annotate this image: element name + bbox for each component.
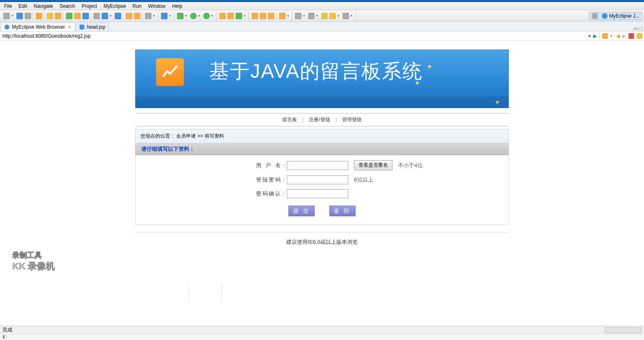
menu-file[interactable]: File xyxy=(1,2,15,10)
right-icon[interactable] xyxy=(342,13,349,19)
db-icon[interactable] xyxy=(82,13,89,19)
save-all-icon[interactable] xyxy=(25,13,31,19)
tab-web-browser[interactable]: MyEclipse Web Browser ✕ xyxy=(1,23,75,31)
dropdown-arrow-icon[interactable]: ▾ xyxy=(110,14,113,18)
editor-tab-bar: MyEclipse Web Browser ✕ head.jsp ▭ ▢ xyxy=(0,22,644,32)
link-icon[interactable] xyxy=(260,13,266,19)
dropdown-arrow-icon[interactable]: ▾ xyxy=(338,14,341,18)
gear-icon[interactable] xyxy=(161,13,168,19)
menu-project[interactable]: Project xyxy=(78,2,100,10)
save-icon[interactable] xyxy=(16,13,23,19)
favorite-icon[interactable] xyxy=(602,33,608,39)
stop-icon[interactable] xyxy=(628,33,634,39)
debug-icon[interactable] xyxy=(177,13,184,19)
earth-icon[interactable] xyxy=(115,13,121,19)
browser-address-bar: ▾ ▶ ▾ ◀ ▶ xyxy=(0,32,644,41)
separator xyxy=(599,33,600,39)
dropdown-arrow-icon[interactable]: ▾ xyxy=(316,14,320,18)
perspective-open-icon[interactable] xyxy=(592,13,598,19)
nav-forward-icon[interactable]: ▶ xyxy=(622,33,626,39)
run-icon[interactable] xyxy=(190,13,197,19)
menu-search[interactable]: Search xyxy=(56,2,78,10)
globe-icon[interactable] xyxy=(55,13,61,19)
dropdown-arrow-icon[interactable]: ▾ xyxy=(185,14,188,18)
menu-navigate[interactable]: Navigate xyxy=(30,2,56,10)
reload-icon[interactable] xyxy=(637,33,642,39)
dropdown-arrow-icon[interactable]: ▾ xyxy=(11,14,15,18)
toggle-icon[interactable] xyxy=(93,13,100,19)
dropdown-arrow-icon[interactable]: ▾ xyxy=(169,14,172,18)
dropdown-arrow-icon[interactable]: ▾ xyxy=(303,14,306,18)
menu-help[interactable]: Help xyxy=(169,2,186,10)
new-icon[interactable] xyxy=(3,13,10,19)
dropdown-arrow-icon[interactable]: ▾ xyxy=(211,14,215,18)
back-arrow-icon[interactable] xyxy=(321,13,328,19)
dropdown-arrow-icon[interactable]: ▾ xyxy=(244,14,247,18)
maximize-icon[interactable]: ▢ xyxy=(638,26,642,31)
menu-bar: File Edit Navigate Search Project MyEcli… xyxy=(0,2,644,10)
undo-icon[interactable] xyxy=(295,13,302,19)
tab-label: head.jsp xyxy=(87,24,105,30)
dropdown-arrow-icon[interactable]: ▾ xyxy=(153,14,156,18)
menu-window[interactable]: Window xyxy=(145,2,169,10)
tab-label: MyEclipse Web Browser xyxy=(12,24,65,30)
refresh-icon[interactable] xyxy=(236,13,242,19)
folder3-icon[interactable] xyxy=(268,13,274,19)
url-dropdown-icon[interactable]: ▾ xyxy=(588,33,591,39)
go-icon[interactable]: ▶ xyxy=(593,33,597,39)
server-icon[interactable] xyxy=(66,13,73,19)
url-input[interactable] xyxy=(2,32,588,40)
dropdown-arrow-icon[interactable]: ▾ xyxy=(351,14,354,18)
myeclipse-perspective-icon xyxy=(602,13,608,19)
dropdown-arrow-icon[interactable]: ▾ xyxy=(610,34,614,38)
menu-run[interactable]: Run xyxy=(129,2,145,10)
perspective-label: MyEclipse J... xyxy=(609,13,639,19)
wizard-icon[interactable] xyxy=(47,13,53,19)
nav-back-icon[interactable]: ◀ xyxy=(616,33,620,39)
globe2-icon[interactable] xyxy=(102,13,108,19)
tab-head-jsp[interactable]: head.jsp xyxy=(76,23,109,31)
proj-icon[interactable] xyxy=(219,13,226,19)
camera-icon[interactable] xyxy=(145,13,152,19)
browser-icon xyxy=(5,25,9,29)
close-icon[interactable]: ✕ xyxy=(68,25,71,30)
menu-edit[interactable]: Edit xyxy=(15,2,30,10)
redo-icon[interactable] xyxy=(308,13,315,19)
perspective-switcher[interactable]: MyEclipse J... xyxy=(589,12,642,20)
dropdown-arrow-icon[interactable]: ▾ xyxy=(198,14,202,18)
folder2-icon[interactable] xyxy=(134,13,141,19)
run-ext-icon[interactable] xyxy=(203,13,210,19)
proj2-icon[interactable] xyxy=(227,13,234,19)
minimize-icon[interactable]: ▭ xyxy=(633,26,637,31)
folder-open-icon[interactable] xyxy=(252,13,258,19)
deploy-icon[interactable] xyxy=(74,13,81,19)
left-icon[interactable] xyxy=(329,13,336,19)
dropdown-arrow-icon[interactable]: ▾ xyxy=(287,14,290,18)
jsp-icon xyxy=(79,25,84,29)
package-icon[interactable] xyxy=(36,13,42,19)
folder-icon[interactable] xyxy=(126,13,132,19)
nav-icon[interactable] xyxy=(279,13,286,19)
menu-myeclipse[interactable]: MyEclipse xyxy=(100,2,129,10)
main-toolbar: ▾ ▾ ▾ ▾ ▾ ▾ ▾ ▾ ▾ xyxy=(0,10,644,22)
